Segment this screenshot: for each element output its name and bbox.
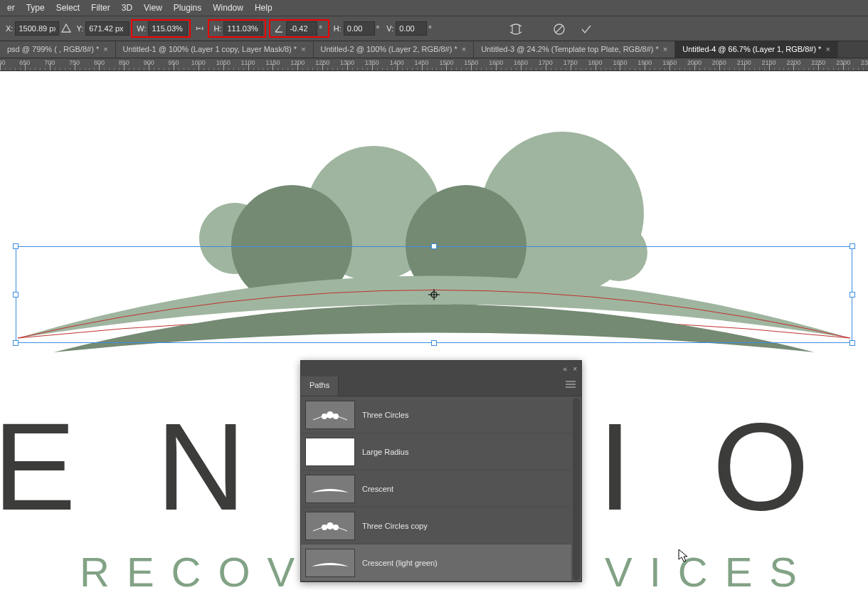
skew-v-input[interactable] [396,21,427,36]
collapse-icon[interactable]: « [563,365,568,373]
angle-icon [272,21,286,36]
angle-highlight: ° [269,19,329,38]
x-label: X: [6,24,13,33]
tab-label: psd @ 799% ( , RGB/8#) * [7,45,99,53]
options-bar: X: Y: W: H: ° H: ° V: ° [0,16,868,41]
menu-bar: er Type Select Filter 3D View Plugins Wi… [0,0,868,16]
skew-v-label: V: [386,24,393,33]
menu-item[interactable]: Help [249,1,278,14]
document-tab[interactable]: Untitled-2 @ 100% (Layer 2, RGB/8#) *× [314,41,475,58]
transform-handle[interactable] [13,340,18,346]
menu-item[interactable]: View [138,1,168,14]
document-tab[interactable]: psd @ 799% ( , RGB/8#) *× [0,41,116,58]
menu-item[interactable]: Filter [85,1,116,14]
path-thumbnail[interactable] [305,438,355,466]
transform-handle[interactable] [850,292,855,297]
tab-label: Untitled-2 @ 100% (Layer 2, RGB/8#) * [321,45,457,53]
y-input[interactable] [85,21,129,36]
panel-tab-paths[interactable]: Paths [301,376,339,396]
svg-point-16 [327,411,334,418]
close-icon[interactable]: × [573,365,577,373]
close-icon[interactable]: × [103,45,107,53]
svg-point-20 [333,525,339,530]
paths-panel[interactable]: « × Paths Three CirclesLarge RadiusCresc… [300,360,582,582]
w-input[interactable] [148,21,188,36]
transform-bounding-box[interactable] [16,246,852,343]
width-highlight: W: [131,19,191,38]
angle-unit: ° [319,24,322,33]
transform-handle[interactable] [850,243,855,249]
link-icon[interactable] [192,21,206,36]
transform-handle[interactable] [850,340,855,346]
svg-point-17 [333,413,339,419]
reference-point-icon[interactable] [59,21,73,36]
angle-input[interactable] [286,21,317,36]
path-row[interactable]: Large Radius [301,433,571,470]
svg-line-2 [556,26,563,33]
document-tab[interactable]: Untitled-4 @ 66.7% (Layer 1, RGB/8#) *× [675,41,838,58]
skew-h-input[interactable] [344,21,375,36]
horizontal-ruler[interactable]: 6006507007508008509009501000105011001150… [0,58,868,71]
path-name-label: Three Circles copy [362,522,428,530]
tab-label: Untitled-4 @ 66.7% (Layer 1, RGB/8#) * [682,45,821,53]
close-icon[interactable]: × [301,45,305,53]
path-name-label: Large Radius [362,448,408,456]
menu-item[interactable]: Type [21,1,51,14]
skew-h-unit: ° [376,24,379,33]
path-thumbnail[interactable] [305,512,355,540]
h-input[interactable] [223,21,263,36]
logo-text: I O N [598,395,868,539]
menu-item[interactable]: Plugins [168,1,207,14]
path-name-label: Crescent (light green) [362,559,438,567]
menu-item[interactable]: er [1,1,21,14]
height-highlight: H: [208,19,266,38]
scrollbar[interactable] [573,398,580,580]
transform-center-icon[interactable] [428,289,440,300]
transform-handle[interactable] [431,243,437,249]
svg-marker-0 [62,24,70,32]
path-name-label: Crescent [362,485,393,493]
svg-point-19 [327,522,334,530]
transform-handle[interactable] [13,243,18,249]
w-label: W: [137,24,146,33]
cancel-transform-icon[interactable] [552,22,566,36]
svg-point-15 [322,413,327,419]
path-row[interactable]: Three Circles copy [301,507,571,544]
path-row[interactable]: Crescent (light green) [301,544,571,581]
path-thumbnail[interactable] [305,549,355,577]
tab-label: Untitled-1 @ 100% (Layer 1 copy, Layer M… [123,45,297,53]
warp-icon[interactable] [507,21,525,38]
path-thumbnail[interactable] [305,401,355,429]
x-input[interactable] [15,21,59,36]
transform-handle[interactable] [431,340,437,346]
h-label: H: [213,24,221,33]
document-tab[interactable]: Untitled-1 @ 100% (Layer 1 copy, Layer M… [116,41,314,58]
close-icon[interactable]: × [462,45,466,53]
svg-point-18 [322,525,327,530]
menu-item[interactable]: 3D [116,1,138,14]
commit-transform-icon[interactable] [579,22,593,36]
path-row[interactable]: Three Circles [301,396,571,433]
menu-item[interactable]: Select [51,1,85,14]
panel-menu-icon[interactable] [560,376,581,396]
tab-label: Untitled-3 @ 24.2% (Template top Plate, … [481,45,659,53]
menu-item[interactable]: Window [207,1,249,14]
path-name-label: Three Circles [362,411,408,419]
transform-handle[interactable] [13,292,18,297]
y-label: Y: [76,24,83,33]
document-tabs: psd @ 799% ( , RGB/8#) *× Untitled-1 @ 1… [0,41,868,58]
canvas-area[interactable]: E N E I O N RECOV VICES « × Paths Three … [0,71,868,590]
logo-subtext: RECOV [80,548,312,590]
close-icon[interactable]: × [825,45,830,53]
close-icon[interactable]: × [663,45,667,53]
panel-titlebar[interactable]: « × [301,361,581,376]
skew-h-label: H: [334,24,342,33]
path-row[interactable]: Crescent [301,470,571,507]
path-thumbnail[interactable] [305,475,355,503]
skew-v-unit: ° [428,24,431,33]
document-tab[interactable]: Untitled-3 @ 24.2% (Template top Plate, … [474,41,675,58]
logo-subtext: VICES [605,548,814,590]
